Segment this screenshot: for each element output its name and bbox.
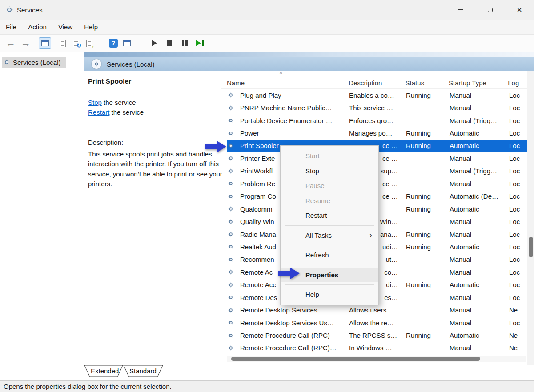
sort-asc-icon: ^ — [280, 71, 282, 77]
menubar-item[interactable]: View — [52, 20, 78, 34]
log-on-cell: Loc — [506, 243, 527, 251]
service-row[interactable]: Plug and Play Enables a co… Running Manu… — [227, 89, 527, 101]
log-on-cell: Loc — [506, 104, 527, 112]
back-button[interactable]: ← — [4, 37, 17, 49]
service-gear-icon — [229, 271, 233, 274]
service-gear-icon — [229, 169, 233, 173]
refresh-button[interactable] — [70, 37, 82, 49]
column-header-startup-type[interactable]: Startup Type — [443, 77, 505, 88]
status-cell: Running — [402, 129, 444, 137]
restart-service-link[interactable]: Restart — [88, 108, 109, 116]
service-gear-icon — [229, 258, 233, 261]
column-header-description[interactable]: Description — [344, 77, 400, 88]
horizontal-scrollbar-thumb[interactable] — [231, 357, 480, 361]
context-menu-item[interactable]: Help › — [281, 287, 378, 302]
tab-extended[interactable]: Extended — [91, 367, 119, 375]
startup-type-cell: Manual — [444, 104, 506, 112]
start-service-button[interactable] — [148, 37, 161, 49]
startup-type-cell: Manual — [444, 180, 506, 188]
toolbar-separator — [36, 38, 36, 48]
properties-button[interactable] — [56, 37, 69, 49]
context-menu-item[interactable]: Refresh › — [281, 248, 378, 263]
service-gear-icon — [229, 220, 233, 224]
export-list-button[interactable] — [83, 37, 96, 49]
status-cell: Running — [402, 205, 444, 213]
log-on-cell: Ne — [506, 332, 527, 339]
name-cell: Remote Procedure Call (RPC) — [227, 332, 345, 339]
description-label: Description: — [88, 139, 123, 146]
service-gear-icon — [229, 346, 233, 350]
show-console-tree-button[interactable] — [39, 37, 51, 49]
service-row[interactable]: Remote Procedure Call (RPC)… In Windows … — [227, 342, 527, 354]
header-gradient-strip — [84, 52, 534, 57]
column-header-status[interactable]: Status — [401, 77, 443, 88]
close-button[interactable]: × — [505, 0, 534, 20]
startup-type-cell: Manual — [444, 319, 506, 327]
context-menu-item[interactable]: Restart › — [281, 208, 378, 223]
menubar-item[interactable]: Action — [22, 20, 52, 34]
minimize-button[interactable] — [446, 0, 475, 20]
vertical-scrollbar-thumb[interactable] — [529, 237, 533, 257]
pause-service-icon — [182, 40, 188, 46]
header-icon-circle — [92, 59, 101, 69]
status-cell: Running — [402, 281, 444, 288]
pause-service-button[interactable] — [178, 37, 191, 49]
startup-type-cell: Manual — [444, 256, 506, 263]
close-icon: × — [517, 5, 522, 14]
startup-type-cell: Manual — [444, 268, 506, 276]
log-on-cell: Loc — [506, 319, 527, 327]
service-gear-icon — [229, 93, 233, 97]
console-tree-panel: Services (Local) — [0, 52, 83, 380]
log-on-cell: Loc — [506, 256, 527, 263]
service-gear-icon — [229, 144, 233, 148]
horizontal-scrollbar[interactable] — [227, 356, 526, 362]
service-row[interactable]: Power Manages po… Running Automatic Loc — [227, 127, 527, 139]
stop-service-link[interactable]: Stop — [88, 99, 102, 106]
name-cell: Power — [227, 129, 345, 137]
view-tabs: Extended Standard — [84, 365, 534, 380]
restart-service-button[interactable] — [193, 37, 206, 49]
maximize-button[interactable] — [475, 0, 505, 20]
service-row[interactable]: Portable Device Enumerator … Enforces gr… — [227, 114, 527, 127]
startup-type-cell: Automatic — [444, 332, 506, 339]
menubar-item[interactable]: File — [0, 20, 22, 34]
menubar-item[interactable]: Help — [78, 20, 104, 34]
selected-service-name: Print Spooler — [88, 77, 131, 85]
startup-type-cell: Manual — [444, 218, 506, 225]
context-menu-item: Pause › — [281, 178, 378, 193]
status-cell: Running — [402, 92, 444, 99]
stop-service-button[interactable] — [163, 37, 176, 49]
startup-type-cell: Automatic (De… — [444, 192, 506, 200]
tab-standard[interactable]: Standard — [129, 367, 157, 375]
context-menu-item[interactable]: Stop › — [281, 164, 378, 179]
service-description-text: This service spools print jobs and handl… — [88, 149, 222, 189]
export-list-icon — [86, 40, 92, 47]
startup-type-cell: Automatic — [444, 205, 506, 213]
column-header-name[interactable]: Name — [221, 77, 344, 88]
log-on-cell: Ne — [506, 344, 527, 352]
forward-button[interactable]: → — [20, 37, 32, 49]
service-gear-icon — [229, 283, 233, 287]
service-row[interactable]: Remote Desktop Services Us… Allows the r… — [227, 316, 527, 329]
tree-item-services-local[interactable]: Services (Local) — [2, 57, 66, 68]
status-cell: Running — [402, 332, 444, 339]
service-row[interactable]: Remote Procedure Call (RPC) The RPCSS s…… — [227, 329, 527, 341]
action-pane-button[interactable] — [120, 37, 133, 49]
help-button[interactable]: ? — [107, 37, 120, 49]
log-on-cell: Loc — [506, 218, 527, 225]
context-menu-item[interactable]: All Tasks › — [281, 228, 378, 243]
service-row[interactable]: Remote Desktop Services Allows users … M… — [227, 304, 527, 316]
context-menu-item: › — [285, 245, 374, 245]
description-cell: This service … — [345, 104, 402, 112]
main-area: Services (Local) Services (Local) Print … — [0, 52, 534, 380]
description-cell: Allows the re… — [345, 319, 402, 327]
name-cell: Remote Desktop Services Us… — [227, 319, 345, 327]
description-cell: Manages po… — [345, 129, 402, 137]
startup-type-cell: Automatic — [444, 129, 506, 137]
service-gear-icon — [229, 119, 233, 122]
vertical-scrollbar[interactable] — [527, 71, 534, 365]
startup-type-cell: Automatic — [444, 243, 506, 251]
column-header-log-on[interactable]: Log — [505, 77, 527, 88]
startup-type-cell: Manual (Trigg… — [444, 167, 506, 175]
service-row[interactable]: PNRP Machine Name Public… This service …… — [227, 101, 527, 114]
